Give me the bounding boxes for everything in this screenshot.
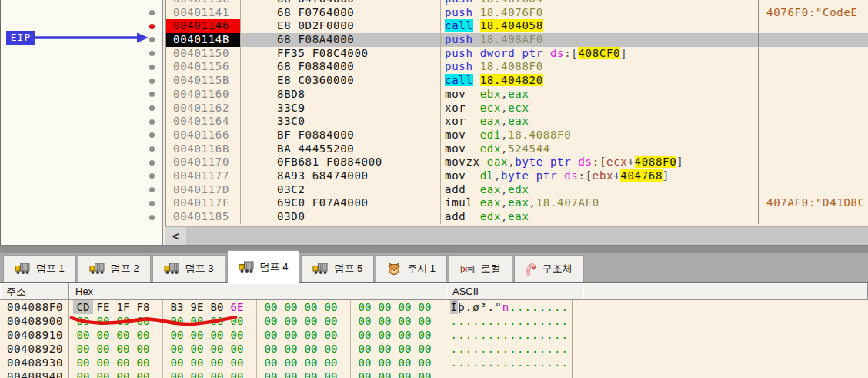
breakpoint-dot[interactable]: [149, 105, 155, 111]
ascii-char[interactable]: .: [524, 300, 532, 314]
hex-byte[interactable]: 00: [395, 328, 415, 342]
ascii-char[interactable]: .: [458, 370, 466, 378]
ascii-char[interactable]: .: [509, 342, 517, 356]
ascii-char[interactable]: .: [458, 328, 466, 342]
hex-byte[interactable]: 00: [375, 342, 395, 356]
breakpoint-dot[interactable]: [149, 10, 155, 15]
ascii-char[interactable]: .: [479, 314, 487, 328]
ascii-char[interactable]: .: [516, 356, 524, 370]
hex-byte[interactable]: 00: [133, 370, 153, 378]
breakpoint-dot[interactable]: [149, 132, 155, 138]
ascii-char[interactable]: .: [539, 328, 546, 342]
hex-byte[interactable]: 00: [93, 328, 113, 342]
hex-byte[interactable]: 9E: [187, 300, 207, 314]
hex-byte[interactable]: 00: [321, 342, 341, 356]
ascii-char[interactable]: .: [516, 342, 524, 356]
ascii-char[interactable]: .: [546, 314, 554, 328]
ascii-char[interactable]: .: [509, 370, 517, 378]
hex-byte[interactable]: 00: [261, 314, 281, 328]
tab-덤프-3[interactable]: 덤프 3: [152, 255, 225, 282]
ascii-char[interactable]: .: [553, 356, 561, 370]
disasm-row[interactable]: 0040114B68 F08A4000push 18.408AF0: [166, 33, 868, 47]
ascii-char[interactable]: .: [516, 314, 524, 328]
hex-byte[interactable]: 00: [207, 342, 227, 356]
ascii-char[interactable]: .: [509, 328, 517, 342]
tab-덤프-2[interactable]: 덤프 2: [78, 255, 151, 282]
breakpoint-dot[interactable]: [149, 65, 155, 70]
ascii-char[interactable]: .: [472, 314, 480, 328]
ascii-char[interactable]: .: [458, 356, 466, 370]
hex-byte[interactable]: 00: [207, 356, 227, 370]
ascii-char[interactable]: .: [532, 342, 539, 356]
hex-byte[interactable]: 00: [167, 342, 187, 356]
tab-덤프-4[interactable]: 덤프 4: [227, 250, 300, 283]
ascii-char[interactable]: .: [539, 356, 546, 370]
ascii-char[interactable]: .: [479, 356, 487, 370]
hex-byte[interactable]: 00: [133, 314, 153, 328]
ascii-char[interactable]: .: [561, 314, 569, 328]
hex-byte[interactable]: 00: [133, 356, 153, 370]
hex-byte[interactable]: 00: [227, 370, 247, 378]
ascii-char[interactable]: .: [561, 328, 569, 342]
scrollbar-track[interactable]: [186, 227, 868, 245]
ascii-char[interactable]: .: [539, 314, 546, 328]
ascii-char[interactable]: .: [509, 356, 517, 370]
tab-덤프-1[interactable]: 덤프 1: [3, 255, 76, 282]
hex-byte[interactable]: 6E: [227, 300, 247, 314]
ascii-char[interactable]: .: [472, 370, 480, 378]
breakpoint-dot[interactable]: [149, 146, 155, 152]
breakpoint-dot[interactable]: [149, 51, 155, 56]
disasm-row[interactable]: 0040118503D0add edx,eax: [166, 210, 868, 224]
tab-구조체[interactable]: 구조체: [514, 255, 584, 282]
ascii-char[interactable]: .: [502, 314, 509, 328]
ascii-char[interactable]: n: [502, 300, 509, 314]
dump-row[interactable]: 0040894000000000000000000000000000000000…: [0, 370, 868, 378]
hex-byte[interactable]: 00: [73, 356, 93, 370]
ascii-char[interactable]: .: [502, 370, 509, 378]
ascii-char[interactable]: .: [553, 314, 561, 328]
ascii-char[interactable]: .: [509, 300, 517, 314]
hex-byte[interactable]: 00: [301, 370, 321, 378]
ascii-char[interactable]: .: [539, 300, 546, 314]
hex-byte[interactable]: 00: [261, 370, 281, 378]
hex-byte[interactable]: 00: [355, 356, 375, 370]
hex-byte[interactable]: 00: [227, 356, 247, 370]
ascii-char[interactable]: .: [479, 328, 487, 342]
ascii-char[interactable]: .: [472, 328, 480, 342]
hex-byte[interactable]: CD: [73, 300, 93, 314]
disasm-row[interactable]: 0040114168 F0764000push 18.4076F04076F0:…: [166, 6, 868, 20]
hex-byte[interactable]: 00: [375, 370, 395, 378]
hex-byte[interactable]: 00: [395, 356, 415, 370]
breakpoint-dot[interactable]: [149, 119, 155, 125]
hex-byte[interactable]: 00: [113, 356, 133, 370]
ascii-char[interactable]: .: [546, 370, 554, 378]
hex-byte[interactable]: 00: [133, 328, 153, 342]
hex-byte[interactable]: 00: [395, 342, 415, 356]
disasm-row[interactable]: 00401166BF F0884000mov edi,18.4088F0: [166, 129, 868, 142]
ascii-char[interactable]: .: [487, 370, 495, 378]
breakpoint-dot[interactable]: [149, 24, 155, 29]
ascii-char[interactable]: .: [458, 342, 466, 356]
hex-byte[interactable]: 00: [375, 314, 395, 328]
disasm-row[interactable]: 00401150FF35 F08C4000push dword ptr ds:[…: [166, 47, 868, 61]
disasm-row[interactable]: 004011778A93 68474000mov dl,byte ptr ds:…: [166, 169, 868, 183]
hex-byte[interactable]: 00: [261, 300, 281, 314]
ascii-char[interactable]: .: [516, 328, 524, 342]
hex-byte[interactable]: 00: [93, 370, 113, 378]
dump-row[interactable]: 004088F0CDFE1FF8B39EB06E0000000000000000…: [0, 300, 868, 314]
dump-row[interactable]: 0040891000000000000000000000000000000000…: [0, 328, 868, 342]
hex-byte[interactable]: 00: [113, 314, 133, 328]
hex-byte[interactable]: 00: [187, 342, 207, 356]
hex-byte[interactable]: 00: [73, 314, 93, 328]
ascii-char[interactable]: .: [561, 300, 569, 314]
ascii-char[interactable]: .: [524, 314, 532, 328]
ascii-char[interactable]: .: [472, 342, 480, 356]
hex-byte[interactable]: 00: [321, 314, 341, 328]
hex-byte[interactable]: 00: [355, 314, 375, 328]
hex-byte[interactable]: 00: [281, 370, 301, 378]
hex-byte[interactable]: B0: [207, 300, 227, 314]
dump-row[interactable]: 0040893000000000000000000000000000000000…: [0, 356, 868, 370]
ascii-char[interactable]: .: [450, 342, 458, 356]
disasm-row[interactable]: 004011608BD8mov ebx,eax: [166, 88, 868, 102]
ascii-char[interactable]: .: [532, 328, 539, 342]
